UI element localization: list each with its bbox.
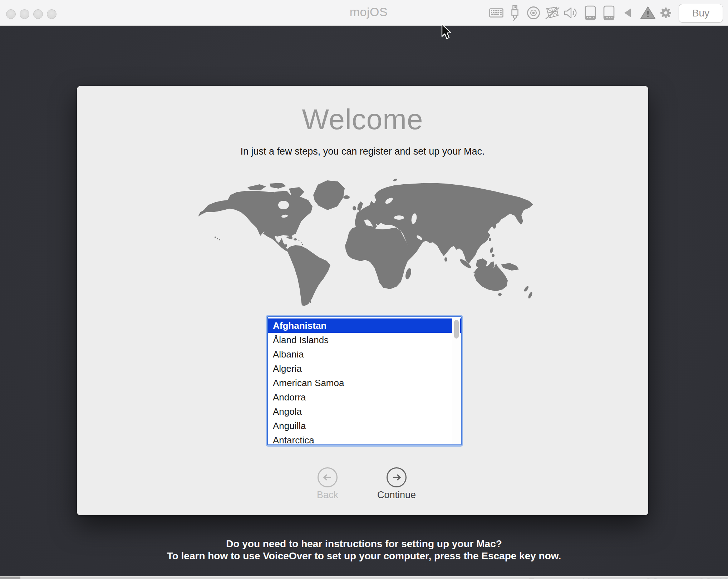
mouse-cursor: [441, 24, 454, 40]
optical-disc-icon[interactable]: [525, 4, 542, 22]
warning-icon[interactable]: [639, 4, 656, 22]
continue-arrow-circle-icon: [391, 473, 402, 482]
world-map-image: [193, 174, 536, 310]
continue-button[interactable]: [387, 467, 407, 487]
vm-screen: mojOS: [0, 0, 728, 579]
country-listbox[interactable]: AfghanistanÅland IslandsAlbaniaAlgeriaAm…: [267, 316, 462, 445]
continue-button-label: Continue: [365, 490, 428, 501]
setup-assistant-window: Welcome In just a few steps, you can reg…: [77, 86, 648, 515]
country-option[interactable]: Albania: [268, 347, 461, 361]
audio-icon[interactable]: [562, 4, 580, 22]
country-list-scrollbar[interactable]: [452, 318, 460, 444]
buy-button-label: Buy: [692, 8, 709, 19]
background-page-strip: Forums > Macs > macOS > macOS M: [0, 576, 728, 579]
settings-gear-icon[interactable]: [657, 4, 674, 22]
country-rows: AfghanistanÅland IslandsAlbaniaAlgeriaAm…: [268, 318, 461, 444]
voiceover-prompt: Do you need to hear instructions for set…: [0, 538, 728, 562]
country-option[interactable]: Afghanistan: [268, 318, 461, 333]
country-option[interactable]: Antarctica: [268, 433, 461, 444]
country-option[interactable]: American Samoa: [268, 376, 461, 390]
welcome-subtitle: In just a few steps, you can register an…: [77, 146, 648, 157]
buy-button[interactable]: Buy: [679, 4, 723, 23]
usb-icon[interactable]: [506, 4, 523, 22]
voiceover-prompt-line2: To learn how to use VoiceOver to set up …: [0, 550, 728, 562]
hard-disk-icon[interactable]: [582, 4, 599, 22]
hard-disk-2-icon[interactable]: [600, 4, 618, 22]
breadcrumb[interactable]: Forums > Macs > macOS > macOS M: [528, 576, 728, 579]
keyboard-icon[interactable]: [488, 4, 505, 22]
country-option[interactable]: Anguilla: [268, 419, 461, 433]
back-arrow-icon[interactable]: [619, 4, 636, 22]
background-page-edge: [0, 576, 20, 579]
back-button-label: Back: [306, 490, 349, 501]
country-option[interactable]: Andorra: [268, 390, 461, 404]
welcome-title: Welcome: [77, 103, 648, 136]
network-icon[interactable]: [544, 4, 561, 22]
back-arrow-circle-icon: [322, 473, 333, 482]
country-option[interactable]: Åland Islands: [268, 333, 461, 347]
country-option[interactable]: Algeria: [268, 361, 461, 376]
menu-bar: mojOS: [0, 0, 728, 26]
back-button[interactable]: [318, 467, 338, 487]
voiceover-prompt-line1: Do you need to hear instructions for set…: [0, 538, 728, 550]
scrollbar-thumb[interactable]: [454, 320, 459, 339]
country-option[interactable]: Angola: [268, 404, 461, 419]
breadcrumb-text[interactable]: Forums > Macs > macOS > macOS M: [528, 577, 728, 579]
